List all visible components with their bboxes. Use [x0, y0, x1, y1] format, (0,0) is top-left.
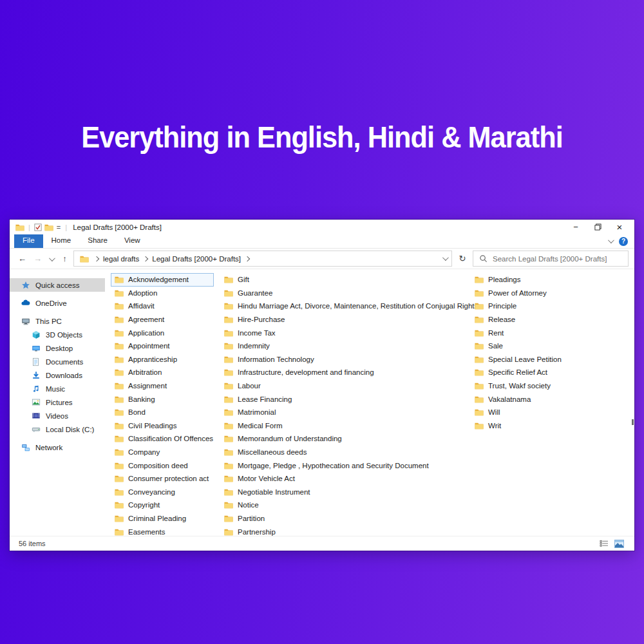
- folder-item[interactable]: Guarantee: [220, 287, 482, 300]
- folder-item[interactable]: Indemnity: [220, 339, 482, 353]
- folder-item[interactable]: Civil Pleadings: [111, 419, 214, 433]
- sidebar-item-downloads[interactable]: Downloads: [10, 368, 105, 382]
- folder-item[interactable]: Consumer protection act: [111, 472, 214, 486]
- folder-item[interactable]: Motor Vehicle Act: [220, 472, 482, 486]
- list-view-icon[interactable]: [600, 540, 609, 547]
- folder-item[interactable]: Partition: [220, 512, 482, 526]
- sidebar-item-this-pc[interactable]: This PC: [10, 314, 105, 328]
- folder-icon[interactable]: [44, 223, 53, 231]
- folder-item[interactable]: Composition deed: [111, 459, 214, 472]
- forward-button[interactable]: →: [31, 254, 44, 263]
- folder-item[interactable]: Hindu Marriage Act, Divorce, Maintenance…: [220, 299, 482, 313]
- qat-dropdown-icon[interactable]: =: [57, 223, 61, 231]
- folder-icon: [224, 475, 233, 482]
- breadcrumb-separator-icon[interactable]: [143, 256, 148, 261]
- folder-item[interactable]: Labour: [220, 379, 482, 393]
- folder-item[interactable]: Criminal Pleading: [111, 512, 214, 526]
- folder-item[interactable]: Vakalatnama: [471, 392, 565, 406]
- folder-item[interactable]: Power of Attorney: [471, 287, 565, 300]
- folder-item[interactable]: Will: [471, 406, 565, 419]
- search-icon: [479, 254, 488, 263]
- thumbnail-view-icon[interactable]: [614, 540, 624, 548]
- folder-item[interactable]: Application: [111, 326, 214, 339]
- address-dropdown-icon[interactable]: [442, 254, 449, 261]
- folder-item[interactable]: Matrimonial: [220, 406, 482, 419]
- folder-item[interactable]: Agreement: [111, 313, 214, 327]
- folder-item[interactable]: Income Tax: [220, 326, 482, 339]
- sidebar-item-pictures[interactable]: Pictures: [10, 395, 105, 409]
- breadcrumb-separator-icon[interactable]: [245, 256, 250, 261]
- folder-item[interactable]: Gift: [220, 273, 482, 287]
- recent-locations-chevron-icon[interactable]: [46, 254, 56, 263]
- checkbox-icon[interactable]: [34, 223, 42, 231]
- folder-item[interactable]: Specific Relief Act: [471, 366, 565, 379]
- folder-item[interactable]: Sale: [471, 339, 565, 353]
- folder-item[interactable]: Memorandum of Understanding: [220, 432, 482, 446]
- ribbon-tab-share[interactable]: Share: [79, 234, 116, 248]
- folder-item[interactable]: Trust, Wakf society: [471, 379, 565, 393]
- restore-button[interactable]: [587, 220, 609, 234]
- folder-item[interactable]: Notice: [220, 498, 482, 512]
- folder-item[interactable]: Hire-Purchase: [220, 313, 482, 327]
- sidebar-item-videos[interactable]: Videos: [10, 409, 105, 422]
- folder-item[interactable]: Writ: [471, 419, 565, 433]
- folder-item[interactable]: Assignment: [111, 379, 214, 393]
- folder-item[interactable]: Special Leave Petition: [471, 353, 565, 366]
- folder-item-label: Appointment: [128, 342, 170, 350]
- folder-item[interactable]: Adoption: [111, 287, 214, 300]
- folder-item[interactable]: Easements: [111, 525, 214, 536]
- folder-item[interactable]: Affidavit: [111, 299, 214, 313]
- search-box[interactable]: Search Legal Drafts [2000+ Drafts]: [473, 251, 629, 267]
- folder-item-label: Affidavit: [128, 302, 155, 310]
- folder-item[interactable]: Negotiable Instrument: [220, 486, 482, 499]
- folder-item[interactable]: Acknowledgement: [111, 273, 214, 287]
- folder-item[interactable]: Infrastructure, development and financin…: [220, 366, 482, 379]
- window-folder-icon: [15, 223, 24, 231]
- breadcrumb-item[interactable]: Legal Drafts [2000+ Drafts]: [152, 255, 241, 263]
- breadcrumb-separator-icon[interactable]: [94, 256, 99, 261]
- sidebar-item-onedrive[interactable]: OneDrive: [10, 296, 105, 310]
- sidebar-item-music[interactable]: Music: [10, 382, 105, 395]
- ribbon-tab-file[interactable]: File: [14, 234, 43, 248]
- ribbon-tab-view[interactable]: View: [116, 234, 149, 248]
- folder-item-label: Partnership: [238, 528, 276, 536]
- folder-item[interactable]: Partnership: [220, 525, 482, 536]
- sidebar-item-desktop[interactable]: Desktop: [10, 341, 105, 355]
- folder-item[interactable]: Appranticeship: [111, 353, 214, 366]
- ribbon-tab-home[interactable]: Home: [43, 234, 80, 248]
- scrollbar-thumb[interactable]: [632, 419, 634, 425]
- folder-item[interactable]: Arbitration: [111, 366, 214, 379]
- minimize-button[interactable]: −: [565, 220, 587, 234]
- up-button[interactable]: ↑: [58, 254, 71, 263]
- sidebar-item-documents[interactable]: Documents: [10, 355, 105, 368]
- sidebar-item-quick-access[interactable]: Quick access: [10, 278, 105, 292]
- folder-item[interactable]: Information Technology: [220, 353, 482, 366]
- folder-item[interactable]: Classification Of Offences: [111, 432, 214, 446]
- breadcrumb-item[interactable]: legal drafts: [103, 255, 139, 263]
- address-box[interactable]: legal draftsLegal Drafts [2000+ Drafts]: [73, 251, 452, 267]
- sidebar-item-network[interactable]: Network: [10, 440, 105, 454]
- expand-ribbon-chevron-icon[interactable]: [608, 237, 614, 243]
- folder-item[interactable]: Mortgage, Pledge , Hypothecation and Sec…: [220, 459, 482, 472]
- folder-item[interactable]: Medical Form: [220, 419, 482, 433]
- sidebar-item-local-disk-c[interactable]: Local Disk (C:): [10, 422, 105, 436]
- folder-icon: [224, 435, 233, 442]
- refresh-button[interactable]: ↻: [454, 254, 471, 263]
- folder-item[interactable]: Bond: [111, 406, 214, 419]
- folder-item[interactable]: Lease Financing: [220, 392, 482, 406]
- folder-item[interactable]: Pleadings: [471, 273, 565, 287]
- folder-item[interactable]: Copyright: [111, 498, 214, 512]
- folder-item[interactable]: Banking: [111, 392, 214, 406]
- help-icon[interactable]: ?: [619, 237, 628, 246]
- folder-item[interactable]: Miscellaneous deeds: [220, 446, 482, 459]
- folder-item[interactable]: Conveyancing: [111, 486, 214, 499]
- folder-item[interactable]: Release: [471, 313, 565, 327]
- sidebar-item-label: Pictures: [46, 399, 73, 406]
- close-button[interactable]: ×: [609, 220, 630, 234]
- folder-item[interactable]: Principle: [471, 299, 565, 313]
- folder-item[interactable]: Company: [111, 446, 214, 459]
- back-button[interactable]: ←: [15, 254, 29, 263]
- folder-item[interactable]: Rent: [471, 326, 565, 339]
- folder-item[interactable]: Appointment: [111, 339, 214, 353]
- sidebar-item-3d-objects[interactable]: 3D Objects: [10, 328, 105, 341]
